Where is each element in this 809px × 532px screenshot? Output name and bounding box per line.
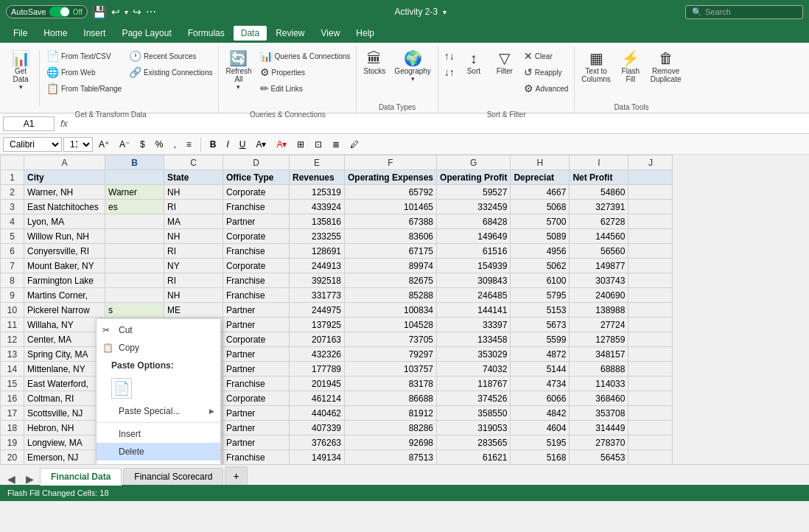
properties-button[interactable]: ⚙ Properties [257, 65, 354, 80]
cell-h18[interactable]: 4604 [511, 421, 570, 435]
cell-j6[interactable] [628, 244, 673, 259]
align-btn[interactable]: ≣ [328, 137, 344, 152]
cell-j11[interactable] [628, 318, 673, 332]
font-color-btn[interactable]: A▾ [272, 137, 291, 152]
cell-a19[interactable]: Longview, MA [24, 435, 105, 450]
menu-home[interactable]: Home [36, 26, 74, 41]
cell-a7[interactable]: Mount Baker, NY [24, 259, 105, 273]
cell-d16[interactable]: Corporate [223, 391, 290, 406]
cell-b5[interactable] [105, 229, 164, 244]
cell-g5[interactable]: 149649 [437, 229, 511, 244]
cell-c5[interactable]: NH [164, 229, 223, 244]
col-header-f[interactable]: F [345, 155, 437, 170]
cell-c4[interactable]: MA [164, 214, 223, 229]
cell-e18[interactable]: 407339 [290, 421, 345, 435]
cell-d3[interactable]: Franchise [223, 200, 290, 214]
cell-f17[interactable]: 81912 [345, 406, 437, 421]
cell-d5[interactable]: Corporate [223, 229, 290, 244]
flash-fill-button[interactable]: ⚡ FlashFill [616, 49, 645, 85]
cell-e7[interactable]: 244913 [290, 259, 345, 273]
cell-h19[interactable]: 5195 [511, 435, 570, 450]
cell-d20[interactable]: Franchise [223, 450, 290, 465]
cell-a6[interactable]: Conyersville, RI [24, 244, 105, 259]
cell-f13[interactable]: 79297 [345, 347, 437, 362]
cell-f6[interactable]: 67175 [345, 244, 437, 259]
cell-g10[interactable]: 144141 [437, 303, 511, 318]
cell-g2[interactable]: 59527 [437, 185, 511, 200]
cell-i19[interactable]: 278370 [570, 435, 628, 450]
tab-navigation-right[interactable]: ▶ [21, 473, 38, 485]
cell-a1[interactable]: City [24, 170, 105, 185]
cell-j18[interactable] [628, 421, 673, 435]
ctx-copy[interactable]: 📋 Copy [97, 339, 220, 357]
cell-i3[interactable]: 327391 [570, 200, 628, 214]
cell-j3[interactable] [628, 200, 673, 214]
cell-e2[interactable]: 125319 [290, 185, 345, 200]
cell-e20[interactable]: 149134 [290, 450, 345, 465]
bold-btn[interactable]: B [206, 137, 221, 152]
cell-i13[interactable]: 348157 [570, 347, 628, 362]
cell-i8[interactable]: 303743 [570, 273, 628, 288]
add-sheet-button[interactable]: + [225, 466, 247, 485]
cell-j9[interactable] [628, 288, 673, 303]
sort-asc-button[interactable]: ↑↓ [441, 49, 458, 63]
percent-btn[interactable]: % [151, 137, 168, 152]
cell-h2[interactable]: 4667 [511, 185, 570, 200]
cell-h10[interactable]: 5153 [511, 303, 570, 318]
cell-f5[interactable]: 83606 [345, 229, 437, 244]
from-text-csv-button[interactable]: 📄 From Text/CSV [43, 49, 125, 63]
tab-navigation-left[interactable]: ◀ [3, 473, 20, 485]
cell-g11[interactable]: 33397 [437, 318, 511, 332]
cell-g3[interactable]: 332459 [437, 200, 511, 214]
menu-help[interactable]: Help [349, 26, 382, 41]
col-header-b[interactable]: B [105, 155, 164, 170]
cell-j20[interactable] [628, 450, 673, 465]
cell-j14[interactable] [628, 362, 673, 377]
cell-g19[interactable]: 283565 [437, 435, 511, 450]
cell-a5[interactable]: Willow Run, NH [24, 229, 105, 244]
from-web-button[interactable]: 🌐 From Web [43, 65, 125, 80]
existing-connections-button[interactable]: 🔗 Existing Connections [126, 65, 215, 80]
cell-b9[interactable] [105, 288, 164, 303]
cell-g17[interactable]: 358550 [437, 406, 511, 421]
fill-color-btn[interactable]: A▾ [251, 137, 270, 152]
cell-d8[interactable]: Franchise [223, 273, 290, 288]
cell-b2[interactable]: Warner [105, 185, 164, 200]
cell-b8[interactable] [105, 273, 164, 288]
cell-j19[interactable] [628, 435, 673, 450]
cell-h7[interactable]: 5062 [511, 259, 570, 273]
recent-sources-button[interactable]: 🕐 Recent Sources [126, 49, 215, 63]
cell-g13[interactable]: 353029 [437, 347, 511, 362]
cell-d4[interactable]: Partner [223, 214, 290, 229]
ctx-cut[interactable]: ✂ Cut [97, 321, 220, 339]
cell-c2[interactable]: NH [164, 185, 223, 200]
cell-g9[interactable]: 246485 [437, 288, 511, 303]
cell-d13[interactable]: Partner [223, 347, 290, 362]
reapply-button[interactable]: ↺ Reapply [521, 65, 571, 80]
cell-j7[interactable] [628, 259, 673, 273]
remove-duplicates-button[interactable]: 🗑 RemoveDuplicate [647, 49, 685, 85]
cell-a9[interactable]: Martins Corner, [24, 288, 105, 303]
refresh-dropdown[interactable]: ▾ [237, 83, 240, 91]
cell-d17[interactable]: Partner [223, 406, 290, 421]
cell-j10[interactable] [628, 303, 673, 318]
filter-button[interactable]: ▽ Filter [490, 49, 519, 77]
cell-e8[interactable]: 392518 [290, 273, 345, 288]
cell-h3[interactable]: 5068 [511, 200, 570, 214]
cell-a17[interactable]: Scottsville, NJ [24, 406, 105, 421]
stocks-button[interactable]: 🏛 Stocks [360, 49, 389, 77]
cell-a20[interactable]: Emerson, NJ [24, 450, 105, 465]
decrease-size-btn[interactable]: A⁻ [115, 137, 134, 152]
redo-icon[interactable]: ↪ [133, 6, 141, 18]
cell-i4[interactable]: 62728 [570, 214, 628, 229]
col-header-g[interactable]: G [437, 155, 511, 170]
cell-f19[interactable]: 92698 [345, 435, 437, 450]
col-header-j[interactable]: J [628, 155, 673, 170]
cell-e9[interactable]: 331773 [290, 288, 345, 303]
cell-j4[interactable] [628, 214, 673, 229]
cell-c3[interactable]: RI [164, 200, 223, 214]
get-data-button[interactable]: 📊 GetData ▾ [6, 49, 35, 93]
cell-f11[interactable]: 104528 [345, 318, 437, 332]
from-table-range-button[interactable]: 📋 From Table/Range [43, 81, 125, 96]
menu-insert[interactable]: Insert [76, 26, 113, 41]
